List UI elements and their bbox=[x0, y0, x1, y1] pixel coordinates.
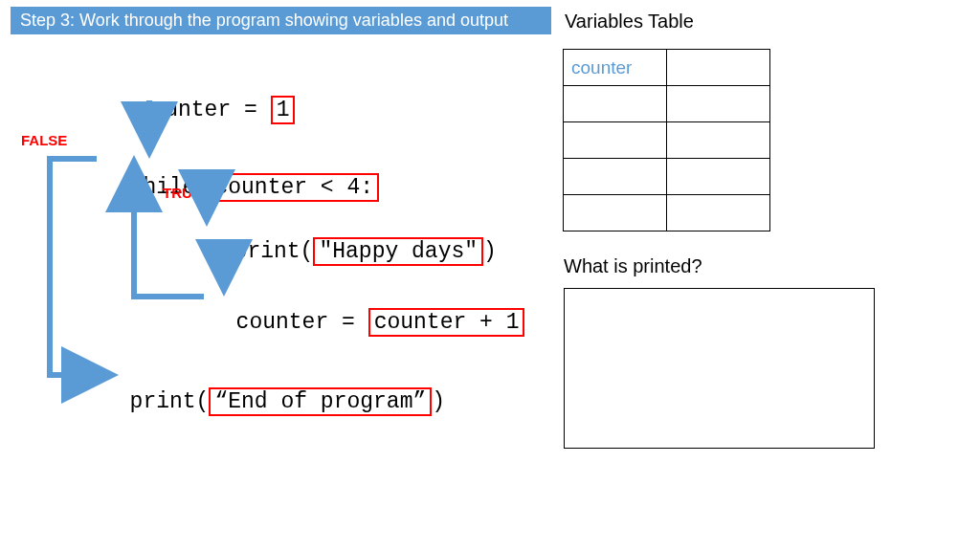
arrows-svg bbox=[0, 0, 980, 551]
